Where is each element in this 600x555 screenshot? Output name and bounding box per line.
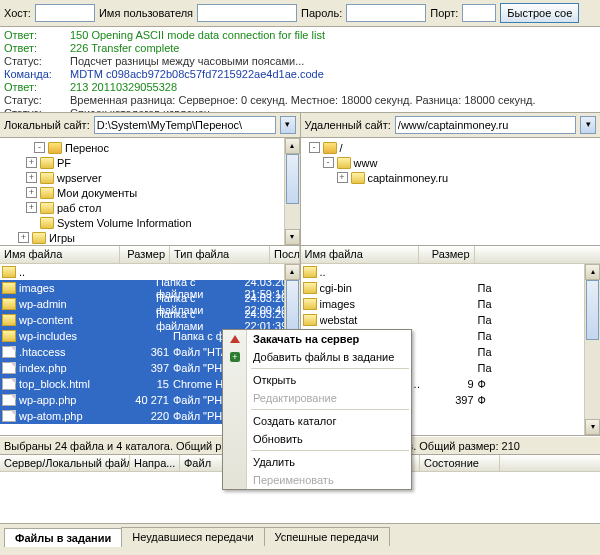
local-path-input[interactable]	[94, 116, 276, 134]
file-row[interactable]: webstatПа	[301, 312, 601, 328]
host-label: Хост:	[4, 7, 31, 19]
menu-item[interactable]: Открыть	[223, 371, 411, 389]
col-name[interactable]: Имя файла	[301, 246, 419, 263]
file-size: 361	[123, 346, 173, 358]
menu-item[interactable]: Закачать на сервер	[223, 330, 411, 348]
folder-icon	[2, 330, 16, 342]
tree-item[interactable]: +раб стол	[0, 200, 300, 215]
local-list-header[interactable]: Имя файла Размер Тип файла Последнее изм…	[0, 246, 300, 264]
file-row[interactable]: imagesПа	[301, 296, 601, 312]
tree-item-label: раб стол	[57, 202, 101, 214]
tree-item[interactable]: -Перенос	[0, 140, 300, 155]
tree-item[interactable]: +Мои документы	[0, 185, 300, 200]
tree-item-label: Перенос	[65, 142, 109, 154]
expand-icon[interactable]: +	[26, 187, 37, 198]
menu-item: Редактирование	[223, 389, 411, 407]
tab-failed-transfers[interactable]: Неудавшиеся передачи	[121, 527, 264, 546]
message-log[interactable]: Ответ:150 Opening ASCII mode data connec…	[0, 27, 600, 113]
file-type: Па	[478, 298, 492, 310]
user-input[interactable]	[197, 4, 297, 22]
pass-label: Пароль:	[301, 7, 342, 19]
tab-successful-transfers[interactable]: Успешные передачи	[264, 527, 390, 546]
file-type: Ф	[478, 378, 486, 390]
menu-item-label: Закачать на сервер	[253, 333, 359, 345]
remote-path-dropdown-icon[interactable]: ▾	[580, 116, 596, 134]
col-size[interactable]: Размер	[120, 246, 170, 263]
folder-icon	[2, 298, 16, 310]
file-icon	[2, 410, 16, 422]
file-name: top_block.html	[19, 378, 123, 390]
file-icon	[2, 346, 16, 358]
remote-path-input[interactable]	[395, 116, 576, 134]
col-size[interactable]: Размер	[419, 246, 475, 263]
expand-icon[interactable]: -	[34, 142, 45, 153]
file-row[interactable]: cgi-binПа	[301, 280, 601, 296]
parent-dir-icon	[303, 266, 317, 278]
file-icon	[2, 362, 16, 374]
tree-item[interactable]: System Volume Information	[0, 215, 300, 230]
file-name: wp-app.php	[19, 394, 123, 406]
menu-item[interactable]: Обновить	[223, 430, 411, 448]
scrollbar[interactable]: ▴▾	[284, 138, 300, 245]
file-name: ..	[19, 266, 123, 278]
menu-item[interactable]: +Добавить файлы в задание	[223, 348, 411, 366]
col-type[interactable]: Тип файла	[170, 246, 270, 263]
menu-item[interactable]: Удалить	[223, 453, 411, 471]
folder-icon	[32, 232, 46, 244]
file-name: cgi-bin	[320, 282, 422, 294]
file-size: 220	[123, 410, 173, 422]
expand-icon[interactable]: +	[18, 232, 29, 243]
file-row[interactable]: ..	[301, 264, 601, 280]
folder-icon	[2, 282, 16, 294]
file-size: 397	[123, 362, 173, 374]
folder-icon	[40, 202, 54, 214]
file-type: Ф	[478, 394, 486, 406]
tree-item-label: Игры	[49, 232, 75, 244]
tree-item[interactable]: -www	[301, 155, 601, 170]
path-row: Локальный сайт: ▾ Удаленный сайт: ▾	[0, 113, 600, 138]
file-name: ..	[320, 266, 422, 278]
tab-queued-files[interactable]: Файлы в задании	[4, 528, 122, 547]
file-size: 9	[422, 378, 478, 390]
file-name: webstat	[320, 314, 422, 326]
pass-input[interactable]	[346, 4, 426, 22]
folder-icon	[303, 314, 317, 326]
scrollbar[interactable]: ▴▾	[584, 264, 600, 435]
queue-col[interactable]: Состояние	[420, 455, 500, 471]
tree-item-label: PF	[57, 157, 71, 169]
queue-col[interactable]: Сервер/Локальный файл	[0, 455, 130, 471]
remote-tree[interactable]: -/-www+captainmoney.ru	[300, 138, 601, 245]
port-input[interactable]	[462, 4, 496, 22]
quickconnect-button[interactable]: Быстрое сое	[500, 3, 579, 23]
tree-item[interactable]: +wpserver	[0, 170, 300, 185]
expand-icon[interactable]: +	[26, 172, 37, 183]
local-tree[interactable]: ▴▾ -Перенос+PF+wpserver+Мои документы+ра…	[0, 138, 300, 245]
file-size: 15	[123, 378, 173, 390]
tree-item[interactable]: +Игры	[0, 230, 300, 245]
expand-icon[interactable]: -	[309, 142, 320, 153]
menu-item[interactable]: Создать каталог	[223, 412, 411, 430]
local-path-dropdown-icon[interactable]: ▾	[280, 116, 296, 134]
expand-icon[interactable]: +	[337, 172, 348, 183]
tree-item[interactable]: +captainmoney.ru	[301, 170, 601, 185]
folder-icon	[40, 157, 54, 169]
file-row[interactable]: wp-contentПапка с файлами24.03.2011 22:0…	[0, 312, 300, 328]
file-icon	[2, 394, 16, 406]
tree-item-label: captainmoney.ru	[368, 172, 449, 184]
folder-icon	[337, 157, 351, 169]
host-input[interactable]	[35, 4, 95, 22]
tree-item[interactable]: -/	[301, 140, 601, 155]
remote-list-header[interactable]: Имя файла Размер	[301, 246, 601, 264]
col-name[interactable]: Имя файла	[0, 246, 120, 263]
folder-icon	[351, 172, 365, 184]
col-modified[interactable]: Последнее измене...	[270, 246, 300, 263]
expand-icon[interactable]: +	[26, 157, 37, 168]
queue-col[interactable]: Напра...	[130, 455, 180, 471]
expand-icon[interactable]: -	[323, 157, 334, 168]
menu-item-label: Обновить	[253, 433, 303, 445]
folder-icon	[303, 298, 317, 310]
quickconnect-bar: Хост: Имя пользователя Пароль: Порт: Быс…	[0, 0, 600, 27]
tree-item[interactable]: +PF	[0, 155, 300, 170]
expand-icon[interactable]: +	[26, 202, 37, 213]
tree-item-label: wpserver	[57, 172, 102, 184]
